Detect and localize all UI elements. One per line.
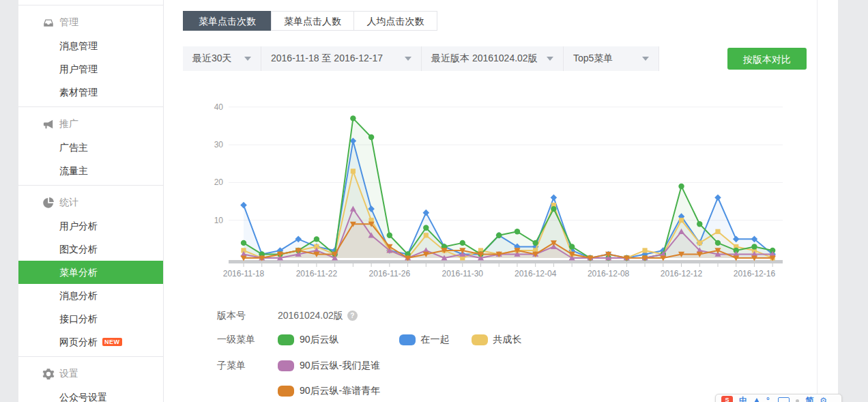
version-label: 版本号 — [217, 310, 278, 322]
inbox-icon — [42, 16, 55, 29]
sidebar-item-message-analysis[interactable]: 消息分析 — [18, 284, 163, 307]
sidebar-section-promotion: 推广 广告主 流量主 — [18, 107, 163, 186]
ime-charset-toggle[interactable]: 简 — [805, 396, 813, 402]
sidebar-top-divider — [18, 0, 163, 5]
chevron-down-icon — [405, 57, 411, 61]
level1-menu-label: 一级菜单 — [217, 334, 278, 346]
legend-submenu-row-2: 90后云纵-靠谱青年 — [217, 385, 380, 397]
ime-language-toggle[interactable]: 中 — [739, 396, 747, 402]
sidebar-item-article-analysis[interactable]: 图文分析 — [18, 238, 163, 261]
ime-separator-dot — [796, 399, 799, 402]
help-icon[interactable]: ? — [347, 311, 358, 321]
menu-scope-dropdown[interactable]: Top5菜单 — [564, 46, 659, 71]
svg-text:40: 40 — [214, 102, 224, 112]
date-range-dropdown[interactable]: 2016-11-18 至 2016-12-17 — [261, 46, 422, 71]
tab-avg-clicks-per-user[interactable]: 人均点击次数 — [353, 11, 437, 31]
legend-swatch-green — [278, 334, 294, 345]
date-range-label: 2016-11-18 至 2016-12-17 — [271, 53, 383, 65]
legend-series-name: 90后云纵 — [300, 334, 339, 346]
new-badge: NEW — [102, 338, 122, 346]
sidebar-header-stats: 统计 — [18, 191, 163, 214]
svg-text:10: 10 — [214, 216, 224, 225]
svg-text:2016-11-30: 2016-11-30 — [442, 269, 484, 278]
legend-series-name: 90后云纵-靠谱青年 — [300, 385, 380, 397]
sidebar-section-settings: 设置 公众号设置 — [18, 357, 163, 402]
legend-series-name: 90后云纵-我们是谁 — [300, 360, 380, 372]
sidebar-item-menu-analysis[interactable]: 菜单分析 — [18, 261, 163, 284]
legend-submenu-row-1: 子菜单 90后云纵-我们是谁 — [217, 360, 380, 371]
svg-text:2016-11-26: 2016-11-26 — [369, 269, 411, 278]
svg-text:2016-12-04: 2016-12-04 — [515, 269, 557, 278]
svg-text:2016-12-08: 2016-12-08 — [588, 269, 630, 278]
svg-text:2016-12-12: 2016-12-12 — [661, 269, 703, 278]
legend-swatch-purple — [278, 360, 294, 371]
sidebar-item-advertiser[interactable]: 广告主 — [18, 136, 163, 159]
ime-punctuation-toggle[interactable]: °, — [766, 396, 772, 402]
sidebar-item-material-manage[interactable]: 素材管理 — [18, 81, 163, 104]
legend-series-name: 共成长 — [493, 334, 522, 346]
sidebar-header-manage: 管理 — [18, 11, 163, 34]
legend-level1-row: 一级菜单 90后云纵 在一起 共成长 — [217, 334, 522, 345]
sidebar-header-settings: 设置 — [18, 362, 163, 386]
svg-text:2016-12-16: 2016-12-16 — [734, 269, 776, 278]
filter-bar: 最近30天 2016-11-18 至 2016-12-17 最近版本 20161… — [183, 46, 817, 71]
metric-tabs: 菜单点击次数 菜单点击人数 人均点击次数 — [183, 11, 437, 31]
date-range-preset-dropdown[interactable]: 最近30天 — [183, 46, 261, 71]
keyboard-icon[interactable] — [778, 397, 790, 402]
legend-swatch-orange — [278, 386, 294, 397]
sidebar: 管理 消息管理 用户管理 素材管理 推广 广告主 流量主 统计 用户分析 图文分… — [18, 0, 164, 402]
sidebar-header-label: 推广 — [59, 118, 78, 130]
tab-menu-click-count[interactable]: 菜单点击次数 — [183, 11, 272, 31]
sub-menu-label: 子菜单 — [217, 360, 278, 372]
svg-text:20: 20 — [214, 177, 224, 187]
version-dropdown-label: 最近版本 20161024.02版 — [431, 53, 538, 65]
chart-area: 102030402016-11-182016-11-222016-11-2620… — [202, 96, 796, 280]
ime-settings-gear-icon[interactable]: ⚙ — [820, 396, 827, 402]
pie-icon — [42, 197, 55, 209]
sidebar-item-user-manage[interactable]: 用户管理 — [18, 57, 163, 81]
menu-clicks-chart[interactable]: 102030402016-11-182016-11-222016-11-2620… — [202, 96, 796, 280]
tab-menu-click-users[interactable]: 菜单点击人数 — [271, 11, 354, 31]
legend-swatch-yellow — [472, 334, 488, 345]
svg-text:30: 30 — [214, 140, 224, 149]
sidebar-item-traffic[interactable]: 流量主 — [18, 159, 163, 182]
version-value: 20161024.02版 — [278, 310, 343, 322]
sidebar-header-promotion: 推广 — [18, 113, 163, 136]
compare-by-version-button[interactable]: 按版本对比 — [727, 48, 807, 70]
sogou-logo-icon[interactable]: S — [721, 396, 733, 402]
chevron-down-icon — [642, 57, 649, 61]
sidebar-item-account-settings[interactable]: 公众号设置 — [18, 386, 163, 402]
svg-text:2016-11-22: 2016-11-22 — [296, 269, 338, 278]
menu-scope-label: Top5菜单 — [573, 53, 613, 65]
content-right-border — [817, 0, 818, 402]
megaphone-icon — [42, 118, 55, 130]
sidebar-item-web-analysis[interactable]: 网页分析NEW — [18, 330, 163, 354]
version-dropdown[interactable]: 最近版本 20161024.02版 — [422, 46, 564, 71]
ime-pointer-icon[interactable] — [753, 398, 760, 402]
ime-toolbar: S 中 °, 简 ⚙ — [715, 394, 842, 402]
chevron-down-icon — [244, 57, 251, 61]
legend-series-name: 在一起 — [421, 334, 450, 346]
gear-icon — [42, 368, 55, 380]
legend-swatch-blue — [399, 334, 416, 345]
chevron-down-icon — [547, 57, 553, 61]
sidebar-header-label: 设置 — [59, 368, 78, 380]
svg-text:2016-11-18: 2016-11-18 — [223, 269, 265, 278]
sidebar-item-message-manage[interactable]: 消息管理 — [18, 34, 163, 57]
chart-legend: 版本号 20161024.02版 ? 一级菜单 90后云纵 在一起 共成长 子菜… — [217, 306, 708, 402]
sidebar-item-api-analysis[interactable]: 接口分析 — [18, 307, 163, 330]
sidebar-item-label: 网页分析 — [59, 336, 98, 347]
sidebar-header-label: 管理 — [59, 16, 78, 29]
legend-version-row: 版本号 20161024.02版 ? — [217, 310, 358, 321]
sidebar-section-manage: 管理 消息管理 用户管理 素材管理 — [18, 5, 163, 107]
sidebar-item-user-analysis[interactable]: 用户分析 — [18, 214, 163, 238]
date-range-preset-label: 最近30天 — [192, 53, 232, 65]
sidebar-header-label: 统计 — [59, 197, 78, 209]
sidebar-section-stats: 统计 用户分析 图文分析 菜单分析 消息分析 接口分析 网页分析NEW — [18, 186, 163, 357]
